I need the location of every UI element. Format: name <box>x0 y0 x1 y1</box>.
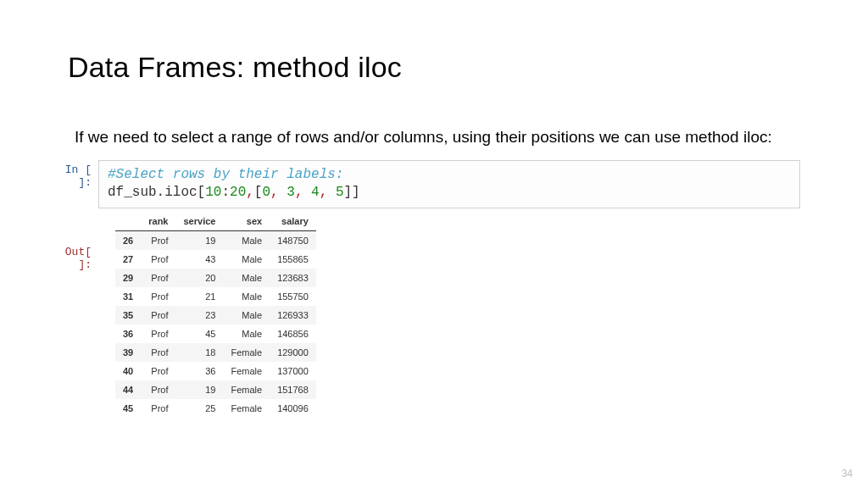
cell-rank: Prof <box>141 380 175 399</box>
output-cell: Out[ ]: rank service sex salary 26Prof19… <box>47 212 800 418</box>
input-cell: In [ ]: #Select rows by their labels: df… <box>47 160 800 208</box>
cell-salary: 123683 <box>270 269 316 287</box>
cell-sex: Female <box>223 343 270 362</box>
cell-service: 25 <box>176 399 224 418</box>
cell-sex: Male <box>223 250 270 269</box>
table-row: 39Prof18Female129000 <box>115 343 316 362</box>
cell-service: 19 <box>176 230 224 250</box>
cell-service: 18 <box>176 343 224 362</box>
row-index: 31 <box>115 287 141 306</box>
table-row: 26Prof19Male148750 <box>115 230 316 250</box>
table-row: 31Prof21Male155750 <box>115 287 316 306</box>
col-header: rank <box>141 212 175 231</box>
row-index: 27 <box>115 250 141 269</box>
cell-sex: Male <box>223 324 270 343</box>
table-row: 36Prof45Male146856 <box>115 324 316 343</box>
cell-sex: Female <box>223 380 270 399</box>
cell-rank: Prof <box>141 343 175 362</box>
cell-rank: Prof <box>141 287 175 306</box>
table-row: 27Prof43Male155865 <box>115 250 316 269</box>
col-header: sex <box>223 212 270 231</box>
code-comment: #Select rows by their labels: <box>108 167 343 182</box>
slide-title: Data Frames: method iloc <box>68 51 800 84</box>
cell-sex: Male <box>223 306 270 324</box>
table-row: 45Prof25Female140096 <box>115 399 316 418</box>
dataframe-table: rank service sex salary 26Prof19Male1487… <box>115 212 316 418</box>
code-call: df_sub.iloc[ <box>108 185 205 200</box>
col-header: service <box>176 212 224 231</box>
code-block: #Select rows by their labels: df_sub.ilo… <box>98 160 800 208</box>
table-row: 29Prof20Male123683 <box>115 269 316 287</box>
row-index: 29 <box>115 269 141 287</box>
row-index: 26 <box>115 230 141 250</box>
row-index: 36 <box>115 324 141 343</box>
cell-salary: 146856 <box>270 324 316 343</box>
body-text: If we need to select a range of rows and… <box>75 126 800 148</box>
cell-salary: 151768 <box>270 380 316 399</box>
row-index: 35 <box>115 306 141 324</box>
cell-service: 23 <box>176 306 224 324</box>
cell-rank: Prof <box>141 306 175 324</box>
cell-service: 21 <box>176 287 224 306</box>
cell-rank: Prof <box>141 362 175 380</box>
cell-rank: Prof <box>141 230 175 250</box>
table-row: 44Prof19Female151768 <box>115 380 316 399</box>
cell-rank: Prof <box>141 399 175 418</box>
table-header-row: rank service sex salary <box>115 212 316 231</box>
cell-sex: Male <box>223 269 270 287</box>
table-row: 40Prof36Female137000 <box>115 362 316 380</box>
cell-service: 36 <box>176 362 224 380</box>
output-prompt: Out[ ]: <box>47 212 98 271</box>
cell-salary: 155865 <box>270 250 316 269</box>
cell-salary: 129000 <box>270 343 316 362</box>
cell-sex: Male <box>223 287 270 306</box>
cell-salary: 140096 <box>270 399 316 418</box>
cell-service: 20 <box>176 269 224 287</box>
col-header: salary <box>270 212 316 231</box>
row-index: 44 <box>115 380 141 399</box>
cell-rank: Prof <box>141 250 175 269</box>
table-row: 35Prof23Male126933 <box>115 306 316 324</box>
row-index: 40 <box>115 362 141 380</box>
cell-salary: 155750 <box>270 287 316 306</box>
cell-service: 19 <box>176 380 224 399</box>
cell-sex: Female <box>223 362 270 380</box>
input-prompt: In [ ]: <box>47 160 98 189</box>
cell-salary: 137000 <box>270 362 316 380</box>
cell-sex: Male <box>223 230 270 250</box>
cell-service: 43 <box>176 250 224 269</box>
row-index: 45 <box>115 399 141 418</box>
cell-rank: Prof <box>141 324 175 343</box>
page-number: 34 <box>842 468 853 480</box>
index-header <box>115 212 141 231</box>
cell-rank: Prof <box>141 269 175 287</box>
cell-salary: 148750 <box>270 230 316 250</box>
cell-service: 45 <box>176 324 224 343</box>
cell-sex: Female <box>223 399 270 418</box>
row-index: 39 <box>115 343 141 362</box>
cell-salary: 126933 <box>270 306 316 324</box>
